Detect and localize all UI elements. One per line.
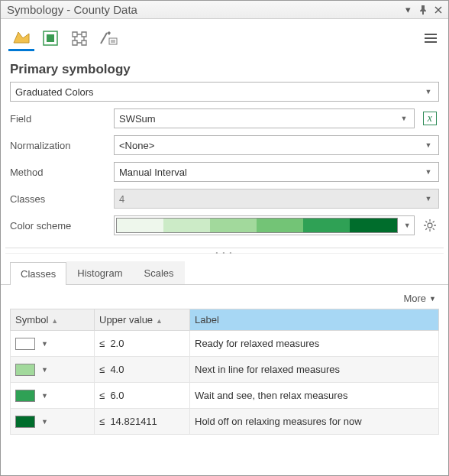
svg-point-3 [428, 223, 432, 228]
chevron-down-icon: ▼ [41, 340, 48, 348]
symbol-swatch [15, 338, 35, 350]
method-combo[interactable]: Manual Interval ▼ [114, 162, 439, 182]
tab-symbol-layer-drawing[interactable] [66, 25, 92, 51]
more-menu[interactable]: More ▼ [403, 293, 436, 304]
tab-scales[interactable]: Scales [134, 261, 185, 284]
chevron-down-icon: ▼ [402, 222, 412, 229]
gear-icon [423, 219, 437, 232]
chevron-down-icon: ▼ [429, 295, 436, 303]
table-row[interactable]: ▼≤ 4.0Next in line for relaxed measures [11, 357, 439, 383]
symbol-cell[interactable]: ▼ [15, 338, 89, 350]
colorscheme-combo[interactable]: ▼ [114, 215, 415, 235]
menu-button[interactable] [421, 28, 441, 48]
col-label[interactable]: Label [190, 309, 439, 331]
symbol-cell[interactable]: ▼ [15, 416, 89, 428]
tab-histogram[interactable]: Histogram [66, 261, 133, 284]
chevron-down-icon: ▼ [399, 115, 409, 122]
colorscheme-label: Color scheme [10, 220, 114, 232]
dropdown-icon[interactable]: ▾ [402, 5, 413, 15]
label-cell[interactable]: Hold off on relaxing measures for now [190, 409, 439, 435]
close-icon[interactable] [433, 5, 444, 15]
label-cell[interactable]: Ready for relaxed measures [190, 331, 439, 357]
symbol-cell[interactable]: ▼ [15, 364, 89, 376]
table-row[interactable]: ▼≤ 14.821411Hold off on relaxing measure… [11, 409, 439, 435]
symbol-swatch [15, 364, 35, 376]
section-heading: Primary symbology [10, 62, 439, 77]
chevron-down-icon: ▼ [41, 418, 48, 426]
field-combo[interactable]: SWSum ▼ [114, 108, 415, 128]
method-label: Method [10, 167, 114, 178]
colorscheme-options-button[interactable] [421, 215, 439, 235]
primary-symbology-combo[interactable]: Graduated Colors ▼ [10, 82, 439, 102]
table-row[interactable]: ▼≤ 6.0Wait and see, then relax measures [11, 383, 439, 409]
tab-primary-symbology[interactable] [8, 25, 34, 51]
upper-value-cell[interactable]: ≤ 6.0 [95, 383, 190, 409]
symbology-toolbar [1, 19, 448, 51]
chevron-down-icon: ▼ [41, 366, 48, 374]
classes-combo: 4 ▼ [114, 189, 439, 209]
normalization-combo[interactable]: <None> ▼ [114, 135, 439, 155]
sort-icon: ▲ [51, 317, 58, 325]
symbol-cell[interactable]: ▼ [15, 390, 89, 402]
splitter[interactable]: • • • [5, 248, 444, 254]
label-cell[interactable]: Next in line for relaxed measures [190, 357, 439, 383]
svg-rect-1 [47, 34, 54, 42]
color-ramp [116, 218, 398, 233]
classes-label: Classes [10, 193, 114, 205]
col-symbol[interactable]: Symbol▲ [11, 309, 95, 331]
col-upper-value[interactable]: Upper value▲ [95, 309, 190, 331]
upper-value-cell[interactable]: ≤ 4.0 [95, 357, 190, 383]
subtabs: Classes Histogram Scales [1, 254, 448, 285]
svg-rect-2 [109, 38, 117, 44]
tab-vary-symbology[interactable] [37, 25, 63, 51]
sort-icon: ▲ [156, 317, 163, 325]
symbol-swatch [15, 416, 35, 428]
chevron-down-icon: ▼ [423, 195, 434, 202]
chevron-down-icon: ▼ [423, 141, 434, 149]
symbol-swatch [15, 390, 35, 402]
chevron-down-icon: ▼ [423, 88, 434, 96]
tab-classes[interactable]: Classes [10, 262, 66, 285]
chevron-down-icon: ▼ [423, 168, 434, 176]
label-cell[interactable]: Wait and see, then relax measures [190, 383, 439, 409]
field-label: Field [10, 113, 114, 125]
upper-value-cell[interactable]: ≤ 14.821411 [95, 409, 190, 435]
window-title: Symbology - County Data [7, 3, 398, 16]
chevron-down-icon: ▼ [41, 392, 48, 400]
titlebar: Symbology - County Data ▾ [1, 1, 448, 19]
table-row[interactable]: ▼≤ 2.0Ready for relaxed measures [11, 331, 439, 357]
tab-advanced[interactable] [95, 25, 121, 51]
normalization-label: Normalization [10, 140, 114, 151]
expression-button[interactable]: x [421, 108, 439, 128]
classes-table: Symbol▲ Upper value▲ Label ▼≤ 2.0Ready f… [10, 309, 439, 435]
pin-icon[interactable] [418, 5, 428, 15]
upper-value-cell[interactable]: ≤ 2.0 [95, 331, 190, 357]
